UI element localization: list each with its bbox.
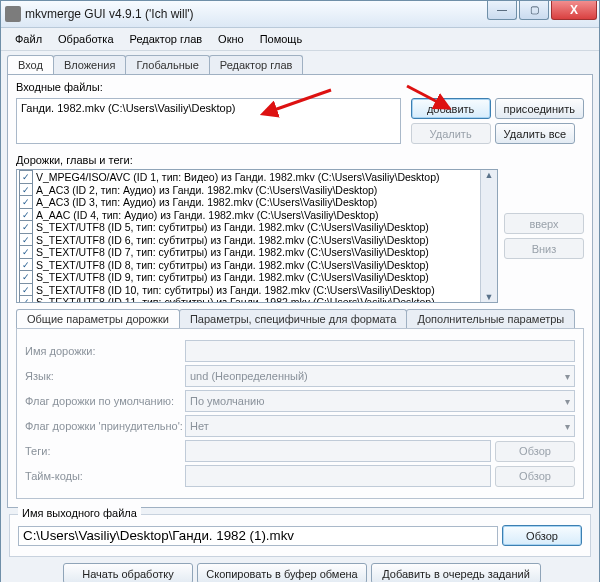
minimize-icon: — (497, 5, 507, 15)
menubar: Файл Обработка Редактор глав Окно Помощь (1, 28, 599, 51)
track-label: S_TEXT/UTF8 (ID 5, тип: субтитры) из Ган… (36, 221, 429, 233)
output-file-group: Имя выходного файла Обзор (9, 514, 591, 557)
menu-window[interactable]: Окно (210, 30, 252, 48)
tab-global[interactable]: Глобальные (125, 55, 209, 74)
bottom-actions: Начать обработку Скопировать в буфер обм… (1, 557, 599, 582)
subtab-extra[interactable]: Дополнительные параметры (406, 309, 575, 328)
tracks-list[interactable]: ✓V_MPEG4/ISO/AVC (ID 1, тип: Видео) из Г… (16, 169, 498, 303)
track-param-pane: Имя дорожки: Язык: und (Неопределенный) … (16, 328, 584, 499)
input-file-entry[interactable]: Ганди. 1982.mkv (C:\Users\Vasiliy\Deskto… (19, 101, 398, 115)
maximize-icon: ▢ (530, 5, 539, 15)
track-label: A_AC3 (ID 2, тип: Аудио) из Ганди. 1982.… (36, 184, 377, 196)
scrollbar[interactable]: ▲ ▼ (480, 170, 497, 302)
track-row[interactable]: ✓A_AC3 (ID 3, тип: Аудио) из Ганди. 1982… (18, 196, 496, 209)
track-row[interactable]: ✓V_MPEG4/ISO/AVC (ID 1, тип: Видео) из Г… (18, 171, 496, 184)
down-button[interactable]: Вниз (504, 238, 584, 259)
up-button[interactable]: вверх (504, 213, 584, 234)
track-row[interactable]: ✓S_TEXT/UTF8 (ID 7, тип: субтитры) из Га… (18, 246, 496, 259)
main-tabs: Вход Вложения Глобальные Редактор глав (7, 55, 593, 74)
tracks-label: Дорожки, главы и теги: (16, 154, 584, 166)
track-name-input[interactable] (185, 340, 575, 362)
track-label: S_TEXT/UTF8 (ID 8, тип: субтитры) из Ган… (36, 259, 429, 271)
timecodes-input[interactable] (185, 465, 491, 487)
minimize-button[interactable]: — (487, 1, 517, 20)
delete-all-button[interactable]: Удалить все (495, 123, 575, 144)
default-flag-label: Флаг дорожки по умолчанию: (25, 395, 185, 407)
menu-help[interactable]: Помощь (252, 30, 311, 48)
track-row[interactable]: ✓S_TEXT/UTF8 (ID 6, тип: субтитры) из Га… (18, 234, 496, 247)
tab-chapter-editor[interactable]: Редактор глав (209, 55, 304, 74)
forced-flag-label: Флаг дорожки 'принудительно': (25, 420, 185, 432)
append-button[interactable]: присоединить (495, 98, 584, 119)
default-flag-select[interactable]: По умолчанию (185, 390, 575, 412)
app-icon (5, 6, 21, 22)
start-button[interactable]: Начать обработку (63, 563, 193, 582)
track-label: S_TEXT/UTF8 (ID 10, тип: субтитры) из Га… (36, 284, 435, 296)
delete-button[interactable]: Удалить (411, 123, 491, 144)
tab-attachments[interactable]: Вложения (53, 55, 127, 74)
menu-processing[interactable]: Обработка (50, 30, 121, 48)
timecodes-browse-button[interactable]: Обзор (495, 466, 575, 487)
output-file-input[interactable] (18, 526, 498, 546)
add-button[interactable]: добавить (411, 98, 491, 119)
track-label: A_AAC (ID 4, тип: Аудио) из Ганди. 1982.… (36, 209, 379, 221)
add-queue-button[interactable]: Добавить в очередь заданий (371, 563, 541, 582)
tags-browse-button[interactable]: Обзор (495, 441, 575, 462)
output-file-label: Имя выходного файла (18, 507, 141, 519)
track-label: V_MPEG4/ISO/AVC (ID 1, тип: Видео) из Га… (36, 171, 439, 183)
copy-clipboard-button[interactable]: Скопировать в буфер обмена (197, 563, 367, 582)
track-row[interactable]: ✓S_TEXT/UTF8 (ID 10, тип: субтитры) из Г… (18, 284, 496, 297)
maximize-button[interactable]: ▢ (519, 1, 549, 20)
track-label: S_TEXT/UTF8 (ID 11, тип: субтитры) из Га… (36, 296, 435, 303)
language-label: Язык: (25, 370, 185, 382)
track-label: S_TEXT/UTF8 (ID 7, тип: субтитры) из Ган… (36, 246, 429, 258)
track-checkbox[interactable]: ✓ (19, 295, 33, 303)
window-title: mkvmerge GUI v4.9.1 ('Ich will') (25, 7, 194, 21)
language-select[interactable]: und (Неопределенный) (185, 365, 575, 387)
close-icon: X (570, 4, 578, 16)
subtab-general[interactable]: Общие параметры дорожки (16, 309, 180, 328)
titlebar: mkvmerge GUI v4.9.1 ('Ich will') — ▢ X (1, 1, 599, 28)
track-row[interactable]: ✓S_TEXT/UTF8 (ID 9, тип: субтитры) из Га… (18, 271, 496, 284)
input-files-list[interactable]: Ганди. 1982.mkv (C:\Users\Vasiliy\Deskto… (16, 98, 401, 144)
track-param-tabs: Общие параметры дорожки Параметры, специ… (16, 309, 584, 328)
timecodes-label: Тайм-коды: (25, 470, 185, 482)
tab-input[interactable]: Вход (7, 55, 54, 74)
app-window: mkvmerge GUI v4.9.1 ('Ich will') — ▢ X Ф… (0, 0, 600, 582)
menu-file[interactable]: Файл (7, 30, 50, 48)
tags-label: Теги: (25, 445, 185, 457)
tags-input[interactable] (185, 440, 491, 462)
track-label: S_TEXT/UTF8 (ID 9, тип: субтитры) из Ган… (36, 271, 429, 283)
scroll-up-icon[interactable]: ▲ (485, 170, 494, 180)
scroll-down-icon[interactable]: ▼ (485, 292, 494, 302)
track-label: A_AC3 (ID 3, тип: Аудио) из Ганди. 1982.… (36, 196, 377, 208)
output-browse-button[interactable]: Обзор (502, 525, 582, 546)
input-files-label: Входные файлы: (16, 81, 584, 93)
menu-chapter-editor[interactable]: Редактор глав (122, 30, 211, 48)
track-row[interactable]: ✓S_TEXT/UTF8 (ID 5, тип: субтитры) из Га… (18, 221, 496, 234)
tab-pane-input: Входные файлы: Ганди. 1982.mkv (C:\Users… (7, 74, 593, 508)
track-row[interactable]: ✓S_TEXT/UTF8 (ID 8, тип: субтитры) из Га… (18, 259, 496, 272)
track-label: S_TEXT/UTF8 (ID 6, тип: субтитры) из Ган… (36, 234, 429, 246)
track-name-label: Имя дорожки: (25, 345, 185, 357)
close-button[interactable]: X (551, 1, 597, 20)
forced-flag-select[interactable]: Нет (185, 415, 575, 437)
track-row[interactable]: ✓S_TEXT/UTF8 (ID 11, тип: субтитры) из Г… (18, 296, 496, 303)
subtab-format[interactable]: Параметры, специфичные для формата (179, 309, 407, 328)
track-row[interactable]: ✓A_AAC (ID 4, тип: Аудио) из Ганди. 1982… (18, 209, 496, 222)
track-row[interactable]: ✓A_AC3 (ID 2, тип: Аудио) из Ганди. 1982… (18, 184, 496, 197)
